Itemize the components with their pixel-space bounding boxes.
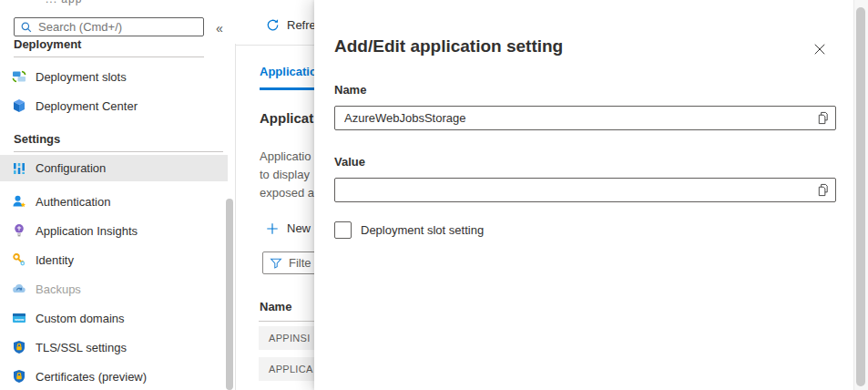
name-field-label: Name (334, 83, 366, 97)
filter-icon (270, 257, 282, 270)
close-icon (813, 43, 826, 56)
sidebar-search[interactable] (14, 17, 204, 36)
backups-icon (12, 282, 26, 296)
panel-title: Add/Edit application setting (334, 36, 563, 56)
sidebar-item-label: Backups (36, 282, 81, 296)
sidebar-item-authentication[interactable]: Authentication (0, 190, 228, 212)
new-application-setting-button[interactable]: New (266, 221, 311, 235)
sidebar-item-certificates[interactable]: Certificates (preview) (0, 365, 228, 387)
add-edit-setting-panel: Add/Edit application setting Name Value (314, 0, 868, 390)
configuration-icon (12, 161, 26, 176)
sidebar-item-application-insights[interactable]: Application Insights (0, 220, 228, 241)
sidebar-item-label: Deployment Center (36, 99, 138, 113)
search-icon (20, 21, 33, 34)
identity-icon (12, 252, 26, 267)
name-input[interactable] (334, 106, 836, 130)
filter-placeholder: Filte (289, 256, 311, 270)
value-input[interactable] (334, 178, 836, 202)
sidebar-scrollbar-thumb[interactable] (226, 199, 233, 390)
authentication-icon (12, 194, 26, 209)
sidebar-item-label: Certificates (preview) (36, 370, 147, 384)
deployment-center-icon (12, 98, 26, 113)
divider (14, 56, 204, 57)
svg-text:www: www (14, 317, 25, 322)
tls-ssl-icon (12, 340, 26, 354)
sidebar-item-custom-domains[interactable]: www Custom domains (0, 307, 228, 329)
section-description: Applicatio to display exposed a (260, 148, 314, 202)
value-field-wrap (334, 178, 836, 202)
panel-scrollbar-thumb[interactable] (856, 7, 865, 386)
application-insights-icon (12, 223, 26, 238)
sidebar-item-backups[interactable]: Backups (0, 278, 228, 300)
sidebar-item-label: Identity (36, 253, 74, 267)
sidebar-item-tls-ssl-settings[interactable]: TLS/SSL settings (0, 336, 228, 358)
deployment-slot-setting-label: Deployment slot setting (361, 223, 484, 237)
close-button[interactable] (807, 36, 832, 62)
copy-icon (816, 183, 830, 197)
sidebar-collapse-chevron[interactable]: « (210, 19, 229, 37)
deployment-slot-setting-checkbox[interactable] (334, 221, 352, 239)
sidebar-item-label: TLS/SSL settings (36, 341, 127, 354)
sidebar-item-label: Configuration (36, 161, 106, 175)
sidebar-item-label: Deployment slots (36, 70, 127, 84)
divider (14, 151, 223, 152)
new-button-label: New (287, 221, 311, 235)
azure-portal-window: ... app « Deployment Deployment slots De… (0, 0, 868, 390)
deployment-slots-icon (12, 69, 26, 84)
sidebar-item-deployment-center[interactable]: Deployment Center (0, 95, 228, 117)
certificates-icon (12, 369, 26, 384)
refresh-label: Refre (287, 18, 316, 32)
copy-name-button[interactable] (813, 109, 832, 127)
copy-value-button[interactable] (813, 181, 832, 199)
search-input[interactable] (38, 20, 198, 34)
sidebar: ... app « Deployment Deployment slots De… (0, 0, 235, 390)
section-header-settings: Settings (14, 132, 60, 146)
refresh-icon (266, 18, 280, 32)
sidebar-item-identity[interactable]: Identity (0, 249, 228, 271)
name-field-wrap (334, 106, 836, 130)
table-header-name: Name (260, 300, 291, 313)
plus-icon (266, 222, 279, 235)
sidebar-item-configuration[interactable]: Configuration (0, 155, 228, 181)
sidebar-item-label: Custom domains (36, 312, 125, 325)
sidebar-item-label: Application Insights (36, 224, 138, 238)
refresh-button[interactable]: Refre (266, 18, 316, 32)
value-field-label: Value (334, 155, 365, 169)
section-header-deployment: Deployment (14, 40, 159, 52)
tab-application-settings[interactable]: Applicatio (260, 65, 317, 78)
deployment-slot-setting-row: Deployment slot setting (334, 221, 484, 239)
copy-icon (816, 111, 830, 125)
custom-domains-icon: www (12, 311, 26, 325)
section-heading: Applicat (260, 110, 313, 126)
divider (235, 44, 236, 390)
sidebar-item-deployment-slots[interactable]: Deployment slots (0, 66, 228, 87)
sidebar-item-label: Authentication (36, 195, 110, 209)
clipped-top-text: ... app (46, 0, 146, 6)
